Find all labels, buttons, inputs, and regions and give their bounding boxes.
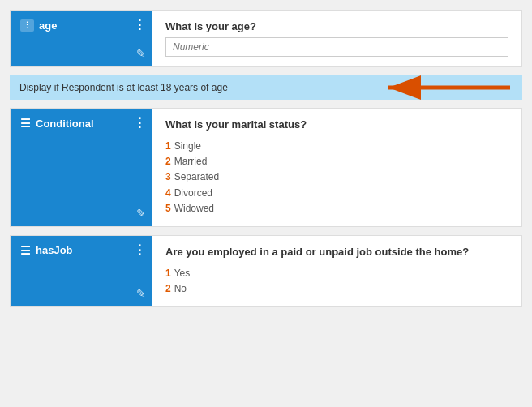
list-item: 2No	[165, 281, 508, 297]
conditional-pencil-icon[interactable]: ✎	[136, 207, 146, 220]
conditional-card-header: ☰ Conditional ⋮	[20, 117, 146, 130]
hasjob-label: hasJob	[36, 244, 73, 256]
page-container: ⋮ age ⋮ ✎ What is your age? Display if R…	[0, 0, 532, 407]
hasjob-card-right: Are you employed in a paid or unpaid job…	[152, 236, 521, 306]
job-options: 1Yes 2No	[165, 266, 508, 297]
list-item: 1Single	[165, 139, 508, 154]
hasjob-card: ☰ hasJob ⋮ ✎ Are you employed in a paid …	[10, 235, 522, 307]
hasjob-question: Are you employed in a paid or unpaid job…	[165, 246, 508, 258]
hasjob-card-title: ☰ hasJob	[20, 244, 73, 257]
conditional-card-footer: ✎	[20, 207, 146, 220]
hasjob-list-icon: ☰	[20, 244, 31, 257]
age-card-footer: ✎	[20, 47, 146, 60]
list-item: 2Married	[165, 154, 508, 169]
age-pencil-icon[interactable]: ✎	[136, 47, 146, 60]
conditional-card: ☰ Conditional ⋮ ✎ What is your marital s…	[10, 108, 522, 227]
numeric-icon: ⋮	[20, 19, 34, 32]
age-card-header: ⋮ age ⋮	[20, 19, 146, 32]
list-item: 1Yes	[165, 266, 508, 281]
list-item: 4Divorced	[165, 186, 508, 201]
conditional-card-left: ☰ Conditional ⋮ ✎	[11, 109, 152, 226]
hasjob-dots-menu[interactable]: ⋮	[133, 244, 146, 257]
age-question: What is your age?	[165, 20, 508, 32]
conditional-banner: Display if Respondent is at least 18 yea…	[10, 75, 522, 100]
age-card-right: What is your age?	[152, 11, 521, 66]
age-card: ⋮ age ⋮ ✎ What is your age?	[10, 10, 522, 67]
age-input[interactable]	[165, 37, 508, 57]
conditional-label: Conditional	[36, 118, 94, 130]
list-item: 3Separated	[165, 169, 508, 185]
list-icon: ☰	[20, 117, 31, 130]
arrow-icon	[384, 75, 514, 100]
conditional-question: What is your marital status?	[165, 118, 508, 131]
hasjob-card-left: ☰ hasJob ⋮ ✎	[11, 236, 152, 306]
conditional-banner-text: Display if Respondent is at least 18 yea…	[19, 82, 228, 93]
conditional-dots-menu[interactable]: ⋮	[133, 117, 146, 130]
age-card-title: ⋮ age	[20, 19, 57, 32]
hasjob-card-header: ☰ hasJob ⋮	[20, 244, 146, 257]
marital-options: 1Single 2Married 3Separated 4Divorced 5W…	[165, 139, 508, 216]
hasjob-pencil-icon[interactable]: ✎	[136, 287, 146, 300]
hasjob-card-footer: ✎	[20, 287, 146, 300]
conditional-card-right: What is your marital status? 1Single 2Ma…	[152, 109, 521, 226]
list-item: 5Widowed	[165, 201, 508, 216]
age-dots-menu[interactable]: ⋮	[133, 19, 146, 32]
conditional-card-title: ☰ Conditional	[20, 117, 94, 130]
age-card-left: ⋮ age ⋮ ✎	[11, 11, 152, 66]
age-label: age	[39, 19, 57, 32]
